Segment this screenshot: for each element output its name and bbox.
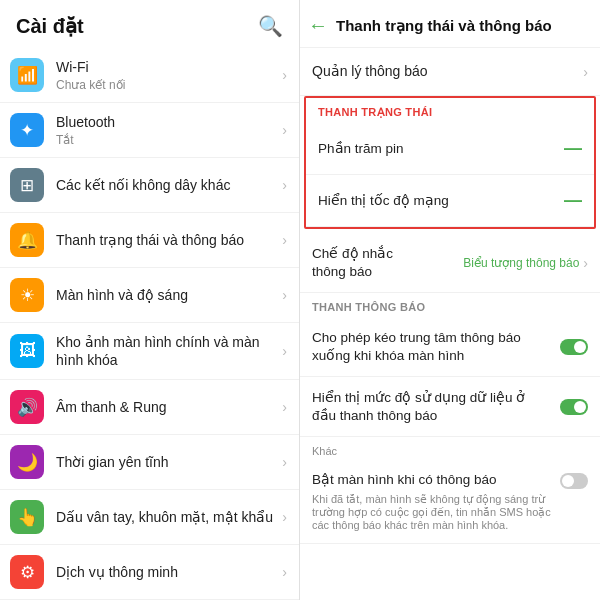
menu-item-label-fingerprint: Dấu vân tay, khuôn mặt, mật khẩu xyxy=(56,508,278,526)
sound-icon: 🔊 xyxy=(10,390,44,424)
wake-notify-label: Bật màn hình khi có thông báo xyxy=(312,471,552,489)
network-icon: ⊞ xyxy=(10,168,44,202)
menu-item-label-notify: Thanh trạng thái và thông báo xyxy=(56,231,278,249)
menu-item-label-wifi: Wi-Fi xyxy=(56,58,278,76)
menu-item-bluetooth[interactable]: ✦BluetoothTắt› xyxy=(0,103,299,158)
quiet-icon: 🌙 xyxy=(10,445,44,479)
pull-down-toggle[interactable] xyxy=(560,339,588,355)
wake-notify-toggle[interactable] xyxy=(560,473,588,489)
menu-item-sub-bluetooth: Tắt xyxy=(56,133,278,147)
right-title: Thanh trạng thái và thông báo xyxy=(336,17,588,35)
battery-label: Phần trăm pin xyxy=(318,140,556,158)
notify-icon: 🔔 xyxy=(10,223,44,257)
mode-notify-sub: Biểu tượng thông báo xyxy=(463,256,579,270)
menu-item-smart[interactable]: ⚙Dịch vụ thông minh› xyxy=(0,545,299,600)
network-speed-toggle-indicator: — xyxy=(564,190,582,211)
other-section-header: Khác xyxy=(300,437,600,461)
wake-notify-sub: Khi đã tắt, màn hình sẽ không tự động sá… xyxy=(312,489,552,531)
status-section-highlighted: THANH TRẠNG THÁI Phần trăm pin — Hiển th… xyxy=(304,96,596,229)
menu-item-content-notify: Thanh trạng thái và thông báo xyxy=(56,231,278,249)
wallpaper-icon: 🖼 xyxy=(10,334,44,368)
left-title: Cài đặt xyxy=(16,14,84,38)
menu-item-content-smart: Dịch vụ thông minh xyxy=(56,563,278,581)
menu-item-chevron-fingerprint: › xyxy=(282,509,287,525)
data-usage-toggle[interactable] xyxy=(560,399,588,415)
menu-item-content-display: Màn hình và độ sáng xyxy=(56,286,278,304)
display-icon: ☀ xyxy=(10,278,44,312)
right-header: ← Thanh trạng thái và thông báo xyxy=(300,0,600,48)
menu-item-content-fingerprint: Dấu vân tay, khuôn mặt, mật khẩu xyxy=(56,508,278,526)
manage-notify-chevron: › xyxy=(583,64,588,80)
wifi-icon: 📶 xyxy=(10,58,44,92)
right-content: Quản lý thông báo › THANH TRẠNG THÁI Phầ… xyxy=(300,48,600,600)
manage-notify-label: Quản lý thông báo xyxy=(312,62,583,80)
menu-item-label-display: Màn hình và độ sáng xyxy=(56,286,278,304)
left-header: Cài đặt 🔍 xyxy=(0,0,299,48)
menu-item-quiet[interactable]: 🌙Thời gian yên tĩnh› xyxy=(0,435,299,490)
network-speed-item[interactable]: Hiển thị tốc độ mạng — xyxy=(306,175,594,227)
back-arrow-icon[interactable]: ← xyxy=(308,14,328,37)
status-section-header: THANH TRẠNG THÁI xyxy=(306,98,594,123)
data-usage-label: Hiển thị mức độ sử dụng dữ liệu ở đầu th… xyxy=(312,389,560,424)
menu-item-sound[interactable]: 🔊Âm thanh & Rung› xyxy=(0,380,299,435)
right-panel: ← Thanh trạng thái và thông báo Quản lý … xyxy=(300,0,600,600)
menu-item-chevron-sound: › xyxy=(282,399,287,415)
menu-item-content-bluetooth: BluetoothTắt xyxy=(56,113,278,146)
search-icon[interactable]: 🔍 xyxy=(258,14,283,38)
battery-item[interactable]: Phần trăm pin — xyxy=(306,123,594,175)
network-speed-label: Hiển thị tốc độ mạng xyxy=(318,192,556,210)
menu-item-label-wallpaper: Kho ảnh màn hình chính và màn hình khóa xyxy=(56,333,278,369)
menu-item-label-quiet: Thời gian yên tĩnh xyxy=(56,453,278,471)
wake-notify-item[interactable]: Bật màn hình khi có thông báo Khi đã tắt… xyxy=(300,461,600,544)
smart-icon: ⚙ xyxy=(10,555,44,589)
battery-toggle-indicator: — xyxy=(564,138,582,159)
menu-item-wallpaper[interactable]: 🖼Kho ảnh màn hình chính và màn hình khóa… xyxy=(0,323,299,380)
menu-item-chevron-wallpaper: › xyxy=(282,343,287,359)
menu-item-chevron-quiet: › xyxy=(282,454,287,470)
menu-item-network[interactable]: ⊞Các kết nối không dây khác› xyxy=(0,158,299,213)
menu-item-notify[interactable]: 🔔Thanh trạng thái và thông báo› xyxy=(0,213,299,268)
menu-item-label-bluetooth: Bluetooth xyxy=(56,113,278,131)
menu-item-label-network: Các kết nối không dây khác xyxy=(56,176,278,194)
menu-item-chevron-display: › xyxy=(282,287,287,303)
manage-notify-item[interactable]: Quản lý thông báo › xyxy=(300,48,600,96)
mode-notify-item[interactable]: Chế độ nhắcthông báo Biểu tượng thông bá… xyxy=(300,233,600,293)
menu-item-label-smart: Dịch vụ thông minh xyxy=(56,563,278,581)
menu-item-content-quiet: Thời gian yên tĩnh xyxy=(56,453,278,471)
menu-item-chevron-smart: › xyxy=(282,564,287,580)
menu-item-label-sound: Âm thanh & Rung xyxy=(56,398,278,416)
mode-notify-label: Chế độ nhắcthông báo xyxy=(312,245,463,280)
fingerprint-icon: 👆 xyxy=(10,500,44,534)
menu-item-content-sound: Âm thanh & Rung xyxy=(56,398,278,416)
left-panel: Cài đặt 🔍 📶Wi-FiChưa kết nối›✦BluetoothT… xyxy=(0,0,300,600)
menu-item-fingerprint[interactable]: 👆Dấu vân tay, khuôn mặt, mật khẩu› xyxy=(0,490,299,545)
pull-down-item[interactable]: Cho phép kéo trung tâm thông báo xuống k… xyxy=(300,317,600,377)
pull-down-label: Cho phép kéo trung tâm thông báo xuống k… xyxy=(312,329,560,364)
bluetooth-icon: ✦ xyxy=(10,113,44,147)
menu-item-content-network: Các kết nối không dây khác xyxy=(56,176,278,194)
menu-item-wifi[interactable]: 📶Wi-FiChưa kết nối› xyxy=(0,48,299,103)
menu-item-chevron-notify: › xyxy=(282,232,287,248)
menu-item-chevron-network: › xyxy=(282,177,287,193)
menu-item-chevron-bluetooth: › xyxy=(282,122,287,138)
menu-item-display[interactable]: ☀Màn hình và độ sáng› xyxy=(0,268,299,323)
data-usage-item[interactable]: Hiển thị mức độ sử dụng dữ liệu ở đầu th… xyxy=(300,377,600,437)
menu-item-content-wallpaper: Kho ảnh màn hình chính và màn hình khóa xyxy=(56,333,278,369)
menu-item-content-wifi: Wi-FiChưa kết nối xyxy=(56,58,278,91)
notify-section-header: THANH THÔNG BÁO xyxy=(300,293,600,317)
menu-list: 📶Wi-FiChưa kết nối›✦BluetoothTắt›⊞Các kế… xyxy=(0,48,299,600)
menu-item-chevron-wifi: › xyxy=(282,67,287,83)
mode-notify-chevron: › xyxy=(583,255,588,271)
menu-item-sub-wifi: Chưa kết nối xyxy=(56,78,278,92)
